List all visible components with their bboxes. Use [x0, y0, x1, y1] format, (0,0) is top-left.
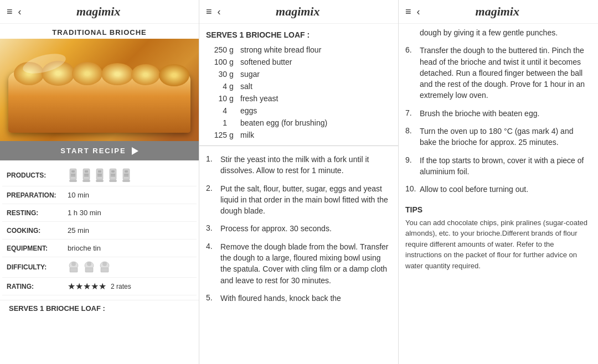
left-menu-icon[interactable]: ≡	[7, 6, 13, 18]
ingredient-row: 4 g salt	[199, 80, 398, 92]
cooking-value: 25 min	[68, 226, 192, 235]
svg-rect-16	[111, 170, 115, 173]
ingredient-name: strong white bread flour	[240, 45, 321, 54]
ingredient-amount: 4	[206, 82, 227, 91]
svg-rect-9	[83, 180, 90, 182]
right-step-item: dough by giving it a few gentle punches.	[405, 24, 591, 41]
tips-header: TIPS	[405, 199, 591, 217]
ingredient-name: softened butter	[240, 58, 292, 66]
svg-rect-6	[85, 170, 88, 173]
resting-label: RESTING:	[7, 209, 68, 217]
products-label: PRODUCTS:	[7, 171, 68, 179]
right-steps-list: dough by giving it a few gentle punches.…	[405, 24, 591, 199]
preparation-value: 10 min	[68, 191, 192, 199]
svg-rect-24	[122, 180, 130, 182]
difficulty-icon-2	[83, 260, 95, 274]
svg-rect-23	[124, 175, 128, 176]
step-text: Remove the dough blade from the bowl. Tr…	[220, 241, 391, 286]
product-icon-4	[107, 168, 118, 183]
right-header: ≡ ‹ magimix	[399, 0, 598, 24]
ingredient-row: 10 g fresh yeast	[199, 92, 398, 105]
ingredient-name: sugar	[240, 70, 260, 79]
right-scroll[interactable]: dough by giving it a few gentle punches.…	[399, 24, 598, 364]
product-icon-1	[68, 168, 79, 183]
product-icon-5	[121, 168, 132, 183]
step-text: Stir the yeast into the milk with a fork…	[220, 154, 391, 176]
ingredient-amount: 10	[206, 94, 227, 103]
right-back-icon[interactable]: ‹	[417, 6, 420, 18]
right-menu-icon[interactable]: ≡	[405, 6, 411, 18]
left-header: ≡ ‹ magimix	[0, 0, 199, 24]
svg-rect-14	[96, 180, 104, 182]
preparation-label: PREPARATION:	[7, 191, 68, 199]
ingredient-name: fresh yeast	[240, 94, 278, 103]
rating-stars: ★★★★★	[68, 281, 106, 292]
step-number: 4.	[206, 241, 217, 252]
start-recipe-button[interactable]: START RECIPE	[0, 141, 199, 160]
right-logo: magimix	[426, 4, 569, 19]
start-recipe-label: START RECIPE	[60, 147, 126, 155]
resting-value: 1 h 30 min	[68, 209, 192, 217]
svg-point-30	[87, 262, 91, 266]
svg-rect-3	[71, 175, 75, 176]
right-step-item: 7. Brush the brioche with beaten egg.	[405, 105, 591, 122]
difficulty-icon-3	[99, 260, 111, 274]
step-number: 3.	[206, 223, 217, 234]
ingredient-unit: g	[229, 94, 238, 103]
right-step-number: 7.	[405, 108, 416, 119]
svg-point-27	[71, 262, 76, 266]
rating-stars-container: ★★★★★ 2 rates	[68, 281, 131, 292]
rating-count: 2 rates	[111, 283, 131, 290]
divider	[199, 145, 398, 146]
right-step-item: 6. Transfer the dough to the buttered ti…	[405, 41, 591, 104]
middle-back-icon[interactable]: ‹	[218, 6, 221, 18]
ingredient-row: 250 g strong white bread flour	[199, 44, 398, 56]
right-panel: ≡ ‹ magimix dough by giving it a few gen…	[399, 0, 598, 364]
step-text: Put the salt, flour, butter, sugar, eggs…	[220, 183, 391, 217]
difficulty-label: DIFFICULTY:	[7, 263, 68, 271]
ingredient-amount: 30	[206, 70, 227, 79]
ingredient-unit: g	[229, 70, 238, 79]
svg-rect-4	[69, 180, 77, 182]
middle-scroll[interactable]: SERVES 1 BRIOCHE LOAF : 250 g strong whi…	[199, 24, 398, 364]
steps-list: 1. Stir the yeast into the milk with a f…	[199, 150, 398, 307]
difficulty-row: DIFFICULTY:	[2, 257, 197, 278]
difficulty-icons	[68, 260, 111, 274]
right-step-text: If the top starts to brown, cover it wit…	[420, 155, 591, 178]
ingredient-row: 1 beaten egg (for brushing)	[199, 117, 398, 129]
svg-rect-7	[84, 174, 89, 175]
left-logo: magimix	[27, 4, 170, 19]
ingredient-name: eggs	[240, 106, 257, 115]
ingredient-name: milk	[240, 131, 254, 139]
recipe-title: TRADITIONAL BRIOCHE	[0, 24, 199, 39]
svg-point-33	[102, 262, 107, 266]
rating-row: RATING: ★★★★★ 2 rates	[2, 278, 197, 295]
recipe-image	[0, 39, 199, 141]
svg-rect-17	[111, 174, 115, 175]
equipment-value: brioche tin	[68, 244, 192, 252]
ingredient-amount: 125	[206, 131, 227, 139]
middle-menu-icon[interactable]: ≡	[206, 6, 212, 18]
right-step-number: 8.	[405, 126, 416, 137]
svg-rect-11	[98, 170, 101, 173]
middle-panel: ≡ ‹ magimix SERVES 1 BRIOCHE LOAF : 250 …	[199, 0, 399, 364]
svg-rect-29	[85, 268, 93, 272]
right-step-text: Transfer the dough to the buttered tin. …	[420, 45, 591, 101]
step-item: 2. Put the salt, flour, butter, sugar, e…	[199, 180, 398, 220]
step-number: 5.	[206, 293, 217, 304]
resting-row: RESTING: 1 h 30 min	[2, 204, 197, 222]
step-text: Process for approx. 30 seconds.	[220, 223, 332, 234]
right-step-text: Allow to cool before turning out.	[420, 184, 528, 195]
ingredient-amount: 250	[206, 45, 227, 54]
step-item: 5. With floured hands, knock back the	[199, 289, 398, 307]
left-panel: ≡ ‹ magimix TRADITIONAL BRIOCHE START RE…	[0, 0, 199, 364]
serves-label: SERVES 1 BRIOCHE LOAF :	[4, 300, 110, 317]
equipment-row: EQUIPMENT: brioche tin	[2, 240, 197, 257]
right-step-number: 10.	[405, 184, 416, 195]
svg-rect-2	[71, 174, 75, 175]
svg-rect-22	[124, 174, 128, 175]
left-back-icon[interactable]: ‹	[18, 6, 22, 18]
step-number: 2.	[206, 183, 217, 194]
ingredient-row: 30 g sugar	[199, 68, 398, 80]
ingredient-unit: g	[229, 82, 238, 91]
